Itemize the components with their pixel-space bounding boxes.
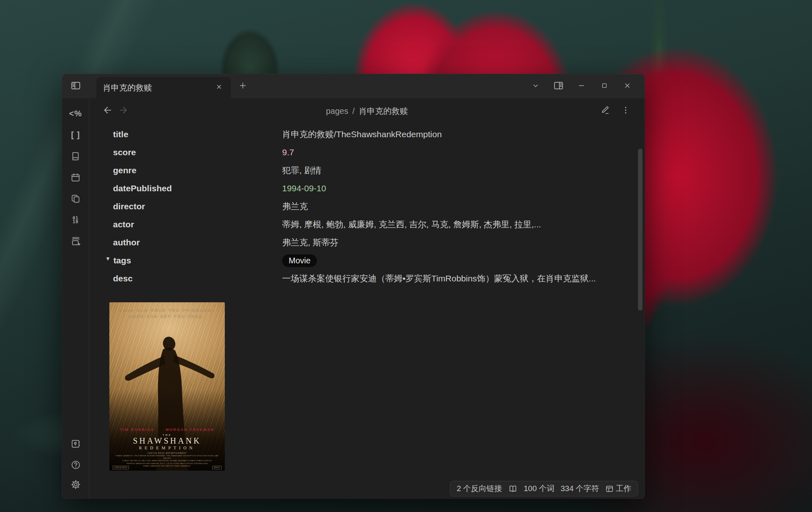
document-header: pages / 肖申克的救赎 xyxy=(89,98,645,124)
collapse-triangle-icon[interactable]: ▼ xyxy=(105,252,111,266)
poster-title-redemption: REDEMPTION xyxy=(109,446,225,450)
attr-label-director[interactable]: director xyxy=(113,197,282,215)
minimize-button[interactable] xyxy=(570,74,593,98)
attr-value-actor[interactable]: 蒂姆, 摩根, 鲍勃, 威廉姆, 克兰西, 吉尔, 马克, 詹姆斯, 杰弗里, … xyxy=(282,215,610,233)
attr-label-tags[interactable]: ▼ tags xyxy=(113,251,282,270)
attr-label-desc[interactable]: desc xyxy=(113,270,282,288)
kebab-menu-icon xyxy=(621,105,631,117)
template-icon[interactable]: <% xyxy=(68,105,84,122)
attr-label-actor[interactable]: actor xyxy=(113,215,282,233)
table-row: director 弗兰克 xyxy=(113,197,645,215)
table-row: desc 一场谋杀案使银行家安迪（蒂姆•罗宾斯TimRobbins饰）蒙冤入狱，… xyxy=(113,270,645,288)
status-bar: 2 个反向链接 100 个词 334 个字符 工作 xyxy=(450,481,638,496)
attr-value-director[interactable]: 弗兰克 xyxy=(282,197,610,215)
table-row: actor 蒂姆, 摩根, 鲍勃, 威廉姆, 克兰西, 吉尔, 马克, 詹姆斯,… xyxy=(113,215,645,233)
data-safe-icon[interactable] xyxy=(68,435,84,452)
table-row: title 肖申克的救赎/TheShawshankRedemption xyxy=(113,125,645,143)
tab-menu-button[interactable] xyxy=(524,74,547,98)
document-actions xyxy=(597,103,634,119)
binary-database-icon[interactable]: 0110 xyxy=(68,212,84,228)
attr-label-datePublished[interactable]: datePublished xyxy=(113,179,282,197)
app-window: 肖申克的救赎 xyxy=(62,74,645,498)
workspace-name: 工作 xyxy=(616,483,631,494)
arrow-right-icon xyxy=(118,105,129,117)
panel-left-icon xyxy=(70,80,81,93)
calendar-icon[interactable] xyxy=(68,169,84,186)
toggle-right-panel-button[interactable] xyxy=(547,74,570,98)
table-row: ▼ tags Movie xyxy=(113,251,645,270)
attr-label-score[interactable]: score xyxy=(113,143,282,161)
tab-close-button[interactable] xyxy=(214,82,224,93)
breadcrumb: pages / 肖申克的救赎 xyxy=(326,106,408,117)
bookmark-brackets-icon[interactable]: [ ] xyxy=(68,127,84,143)
table-row: author 弗兰克, 斯蒂芬 xyxy=(113,233,645,251)
open-book-icon xyxy=(508,484,518,494)
collect-add-icon[interactable] xyxy=(68,233,84,249)
window-close-button[interactable] xyxy=(616,74,639,98)
breadcrumb-current[interactable]: 肖申克的救赎 xyxy=(359,106,408,117)
movie-poster-image[interactable]: FEAR CAN HOLD YOU PRISONER. HOPE CAN SET… xyxy=(109,302,225,471)
workspace-switcher[interactable]: 工作 xyxy=(605,483,631,494)
attr-value-score[interactable]: 9.7 xyxy=(282,143,610,161)
chevron-down-icon xyxy=(531,81,540,92)
tag-pill-movie[interactable]: Movie xyxy=(282,254,317,267)
new-tab-button[interactable] xyxy=(231,74,255,98)
attr-value-datePublished[interactable]: 1994-09-10 xyxy=(282,179,610,197)
minimize-icon xyxy=(577,81,586,92)
arrow-left-icon xyxy=(102,105,113,117)
attr-value-desc[interactable]: 一场谋杀案使银行家安迪（蒂姆•罗宾斯TimRobbins饰）蒙冤入狱，在肖申克监… xyxy=(282,270,610,288)
table-row: score 9.7 xyxy=(113,143,645,161)
maximize-button[interactable] xyxy=(593,74,616,98)
window-controls xyxy=(524,74,645,98)
edit-mode-button[interactable] xyxy=(597,103,613,119)
backlinks-count[interactable]: 2 个反向链接 xyxy=(457,483,502,494)
main-panel: pages / 肖申克的救赎 xyxy=(89,98,645,498)
attr-label-title[interactable]: title xyxy=(113,125,282,143)
close-icon xyxy=(216,84,222,92)
nav-forward-button[interactable] xyxy=(115,103,131,119)
attr-value-author[interactable]: 弗兰克, 斯蒂芬 xyxy=(282,233,610,251)
help-icon[interactable] xyxy=(68,457,84,473)
panel-right-icon xyxy=(553,80,564,93)
breadcrumb-separator: / xyxy=(352,106,355,116)
poster-tagline-1: FEAR CAN HOLD YOU PRISONER. xyxy=(109,308,225,312)
settings-gear-icon[interactable] xyxy=(68,476,84,493)
workspace-layout-icon xyxy=(605,485,614,493)
poster-logos: CASTLE ROCK … SAVOY xyxy=(113,466,222,469)
dock-toggle-button[interactable] xyxy=(62,74,89,98)
poster-studio-line: CASTLE ROCK ENTERTAINMENT xyxy=(109,452,225,454)
nav-back-button[interactable] xyxy=(100,103,115,119)
attr-label-author[interactable]: author xyxy=(113,233,282,251)
titlebar: 肖申克的救赎 xyxy=(62,74,645,98)
attribute-view: title 肖申克的救赎/TheShawshankRedemption scor… xyxy=(89,124,645,498)
close-icon xyxy=(623,81,632,92)
word-count: 100 个词 xyxy=(524,483,554,494)
vertical-scrollbar-thumb[interactable] xyxy=(638,149,642,310)
attr-label-genre[interactable]: genre xyxy=(113,161,282,179)
tab-title: 肖申克的救赎 xyxy=(103,82,210,93)
table-row: datePublished 1994-09-10 xyxy=(113,179,645,197)
more-options-button[interactable] xyxy=(617,103,634,119)
document-tab[interactable]: 肖申克的救赎 xyxy=(96,77,231,98)
char-count: 334 个字符 xyxy=(561,483,599,494)
notebook-icon[interactable] xyxy=(68,148,84,164)
plus-icon xyxy=(238,81,247,92)
poster-tagline-2: HOPE CAN SET YOU FREE. xyxy=(109,314,225,318)
attr-value-genre[interactable]: 犯罪, 剧情 xyxy=(282,161,610,179)
table-row: genre 犯罪, 剧情 xyxy=(113,161,645,179)
left-dock: <% [ ] 0110 xyxy=(62,98,89,498)
poster-star-names: TIM ROBBINSMORGAN FREEMAN xyxy=(109,428,225,432)
attr-value-tags: Movie xyxy=(282,251,610,270)
poster-title-shawshank: SHAWSHANK xyxy=(109,436,225,446)
breadcrumb-parent[interactable]: pages xyxy=(326,106,348,116)
maximize-icon xyxy=(600,82,608,91)
attr-value-title[interactable]: 肖申克的救赎/TheShawshankRedemption xyxy=(282,125,610,143)
pencil-icon xyxy=(600,105,610,117)
duplicate-pages-icon[interactable] xyxy=(68,190,84,207)
